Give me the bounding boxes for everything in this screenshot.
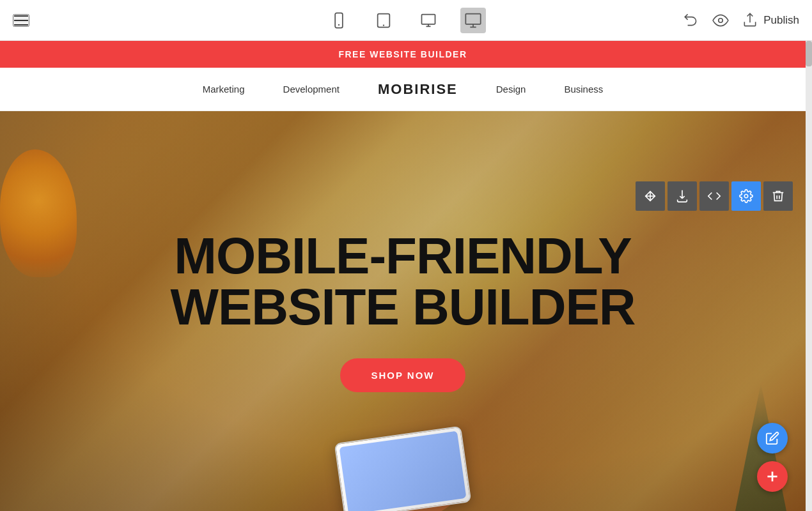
hamburger-line-2 bbox=[14, 20, 28, 21]
nav-design[interactable]: Design bbox=[496, 84, 526, 95]
undo-icon bbox=[683, 12, 699, 29]
mobile-view-button[interactable] bbox=[326, 8, 352, 33]
device-switcher bbox=[326, 8, 486, 33]
nav-development[interactable]: Development bbox=[283, 84, 340, 95]
publish-icon bbox=[742, 12, 758, 29]
top-toolbar: Publish bbox=[0, 0, 812, 41]
desktop-icon bbox=[464, 11, 482, 29]
hamburger-button[interactable] bbox=[13, 14, 29, 27]
move-icon bbox=[643, 189, 657, 203]
hero-section: MOBILE-FRIENDLY WEBSITE BUILDER SHOP NOW bbox=[0, 111, 806, 511]
mobile-icon bbox=[330, 11, 348, 29]
code-section-button[interactable] bbox=[699, 181, 729, 211]
nav-marketing[interactable]: Marketing bbox=[203, 84, 245, 95]
move-section-button[interactable] bbox=[636, 181, 665, 211]
pencil-icon bbox=[765, 431, 779, 445]
tablet-view-button[interactable] bbox=[371, 8, 396, 33]
publish-button[interactable]: Publish bbox=[742, 12, 799, 29]
download-icon bbox=[675, 189, 689, 203]
phone-screen bbox=[340, 431, 467, 511]
svg-point-10 bbox=[719, 18, 723, 22]
phone-shape bbox=[334, 426, 472, 511]
free-banner-text: FREE WEBSITE BUILDER bbox=[338, 49, 467, 59]
free-banner: FREE WEBSITE BUILDER bbox=[0, 41, 806, 68]
hamburger-line-3 bbox=[14, 24, 28, 26]
hero-title-line1: MOBILE-FRIENDLY bbox=[174, 227, 631, 284]
hero-content: MOBILE-FRIENDLY WEBSITE BUILDER SHOP NOW bbox=[170, 231, 635, 392]
desktop-small-view-button[interactable] bbox=[416, 8, 441, 33]
site-logo: MOBIRISE bbox=[378, 81, 458, 98]
section-controls bbox=[636, 181, 793, 211]
undo-button[interactable] bbox=[683, 12, 699, 29]
fab-add-button[interactable] bbox=[757, 461, 788, 492]
plus-icon bbox=[764, 468, 781, 485]
svg-point-14 bbox=[744, 194, 748, 198]
settings-icon bbox=[739, 189, 753, 203]
download-section-button[interactable] bbox=[668, 181, 697, 211]
publish-label: Publish bbox=[763, 14, 799, 27]
hero-title-line2: WEBSITE BUILDER bbox=[170, 278, 635, 335]
navigation-bar: Marketing Development MOBIRISE Design Bu… bbox=[0, 68, 806, 111]
desktop-view-button[interactable] bbox=[460, 8, 486, 33]
nav-business[interactable]: Business bbox=[564, 84, 603, 95]
hamburger-line-1 bbox=[14, 15, 28, 17]
toolbar-right: Publish bbox=[683, 12, 799, 29]
hero-title: MOBILE-FRIENDLY WEBSITE BUILDER bbox=[170, 231, 635, 333]
svg-rect-7 bbox=[465, 13, 480, 24]
tablet-icon bbox=[375, 11, 393, 29]
svg-rect-4 bbox=[422, 14, 435, 24]
desktop-small-icon bbox=[419, 11, 437, 29]
scrollbar-thumb[interactable] bbox=[806, 41, 812, 66]
content-area: FREE WEBSITE BUILDER Marketing Developme… bbox=[0, 41, 806, 511]
shop-now-button[interactable]: SHOP NOW bbox=[340, 358, 465, 392]
toolbar-left bbox=[13, 14, 29, 27]
scrollbar-track[interactable] bbox=[806, 41, 812, 511]
code-icon bbox=[707, 189, 721, 203]
settings-section-button[interactable] bbox=[731, 181, 761, 211]
preview-button[interactable] bbox=[712, 12, 729, 29]
eye-icon bbox=[712, 12, 729, 29]
delete-section-button[interactable] bbox=[763, 181, 793, 211]
fab-edit-button[interactable] bbox=[757, 423, 788, 454]
trash-icon bbox=[771, 189, 785, 203]
